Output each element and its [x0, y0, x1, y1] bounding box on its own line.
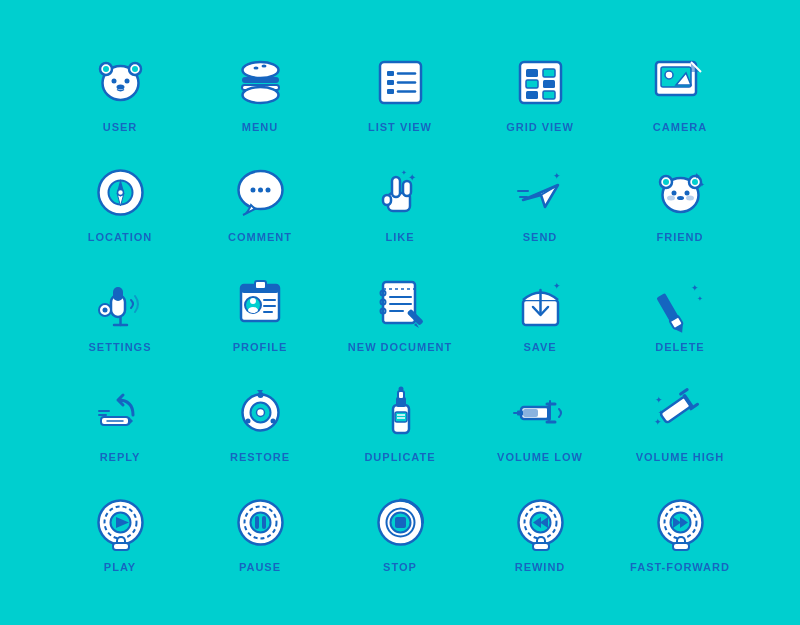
svg-rect-151 — [533, 543, 549, 550]
comment-icon — [230, 163, 290, 223]
grid-view-icon — [510, 53, 570, 113]
svg-text:✦: ✦ — [691, 283, 699, 293]
delete-label: DELETE — [655, 341, 704, 353]
svg-point-7 — [116, 85, 124, 90]
icon-item-new-document[interactable]: NEW DOCUMENT — [330, 258, 470, 368]
svg-point-57 — [671, 191, 676, 196]
save-label: SAVE — [523, 341, 556, 353]
reply-label: REPLY — [100, 451, 141, 463]
svg-point-111 — [398, 387, 403, 392]
duplicate-icon — [370, 383, 430, 443]
svg-text:✦: ✦ — [697, 295, 703, 302]
icon-item-delete[interactable]: ✦ ✦ DELETE — [610, 258, 750, 368]
icon-item-profile[interactable]: PROFILE — [190, 258, 330, 368]
settings-label: SETTINGS — [88, 341, 151, 353]
svg-rect-15 — [387, 71, 394, 76]
icon-item-settings[interactable]: SETTINGS — [50, 258, 190, 368]
like-icon: ✦ ✦ — [370, 163, 430, 223]
send-icon: ✦ — [510, 163, 570, 223]
svg-point-30 — [665, 71, 673, 79]
svg-point-3 — [103, 66, 109, 72]
send-label: SEND — [523, 231, 558, 243]
svg-point-38 — [250, 188, 255, 193]
svg-point-4 — [132, 66, 138, 72]
reply-icon — [90, 383, 150, 443]
svg-rect-120 — [523, 409, 538, 417]
svg-rect-23 — [543, 69, 555, 77]
svg-point-8 — [242, 62, 278, 78]
icon-item-camera[interactable]: CAMERA — [610, 38, 750, 148]
icon-item-like[interactable]: ✦ ✦ LIKE — [330, 148, 470, 258]
icon-item-restore[interactable]: RESTORE — [190, 368, 330, 478]
icon-item-duplicate[interactable]: DUPLICATE — [330, 368, 470, 478]
icon-item-rewind[interactable]: REWIND — [470, 478, 610, 588]
svg-text:✦: ✦ — [693, 171, 701, 181]
icon-item-location[interactable]: LOCATION — [50, 148, 190, 258]
svg-point-59 — [667, 196, 675, 201]
icon-item-fast-forward[interactable]: FAST-FORWARD — [610, 478, 750, 588]
svg-text:✦: ✦ — [699, 181, 705, 188]
icon-item-menu[interactable]: MENU — [190, 38, 330, 148]
svg-point-36 — [117, 190, 123, 196]
svg-point-106 — [245, 419, 250, 424]
fast-forward-label: FAST-FORWARD — [630, 561, 730, 573]
svg-rect-44 — [383, 195, 391, 205]
svg-point-10 — [261, 65, 266, 68]
icon-item-grid-view[interactable]: GRID VIEW — [470, 38, 610, 148]
volume-high-icon: ✦ ✦ ✦ — [650, 383, 710, 443]
svg-rect-77 — [255, 281, 266, 289]
svg-text:✦: ✦ — [401, 169, 407, 176]
svg-line-125 — [680, 389, 687, 394]
comment-label: COMMENT — [228, 231, 292, 243]
svg-text:✦: ✦ — [655, 395, 663, 405]
icon-item-comment[interactable]: COMMENT — [190, 148, 330, 258]
icon-item-friend[interactable]: ✦ ✦ FRIEND — [610, 148, 750, 258]
svg-rect-78 — [383, 282, 415, 323]
icon-item-pause[interactable]: PAUSE — [190, 478, 330, 588]
new-document-label: NEW DOCUMENT — [348, 341, 452, 353]
svg-rect-26 — [526, 91, 538, 99]
volume-high-label: VOLUME HIGH — [636, 451, 725, 463]
camera-label: CAMERA — [653, 121, 707, 133]
friend-icon: ✦ ✦ — [650, 163, 710, 223]
svg-marker-101 — [129, 417, 133, 425]
svg-rect-65 — [113, 287, 123, 301]
rewind-icon — [510, 493, 570, 553]
menu-icon — [230, 53, 290, 113]
new-document-icon — [370, 273, 430, 333]
profile-icon — [230, 273, 290, 333]
camera-icon — [650, 53, 710, 113]
icon-item-list-view[interactable]: LIST VIEW — [330, 38, 470, 148]
icon-item-send[interactable]: ✦ SEND — [470, 148, 610, 258]
stop-label: STOP — [383, 561, 417, 573]
location-label: LOCATION — [88, 231, 153, 243]
icon-item-stop[interactable]: STOP — [330, 478, 470, 588]
svg-text:✦: ✦ — [408, 172, 416, 183]
volume-low-label: VOLUME LOW — [497, 451, 583, 463]
pause-icon — [230, 493, 290, 553]
pause-label: PAUSE — [239, 561, 281, 573]
icon-item-volume-high[interactable]: ✦ ✦ ✦ VOLUME HIGH — [610, 368, 750, 478]
friend-label: FRIEND — [657, 231, 704, 243]
settings-icon — [90, 273, 150, 333]
play-label: PLAY — [104, 561, 136, 573]
svg-rect-22 — [526, 69, 538, 77]
svg-point-60 — [686, 196, 694, 201]
svg-rect-17 — [387, 80, 394, 85]
icon-item-save[interactable]: ✦ SAVE — [470, 258, 610, 368]
svg-point-73 — [248, 307, 258, 313]
list-view-label: LIST VIEW — [368, 121, 432, 133]
svg-rect-19 — [387, 89, 394, 94]
svg-rect-139 — [255, 516, 259, 529]
fast-forward-icon — [650, 493, 710, 553]
svg-rect-43 — [403, 181, 411, 196]
icon-item-volume-low[interactable]: VOLUME LOW — [470, 368, 610, 478]
icon-item-play[interactable]: PLAY — [50, 478, 190, 588]
svg-rect-135 — [113, 543, 129, 550]
volume-low-icon — [510, 383, 570, 443]
icon-item-user[interactable]: USER — [50, 38, 190, 148]
icon-item-reply[interactable]: REPLY — [50, 368, 190, 478]
svg-rect-144 — [395, 517, 406, 528]
svg-rect-42 — [392, 177, 400, 197]
user-icon — [90, 53, 150, 113]
